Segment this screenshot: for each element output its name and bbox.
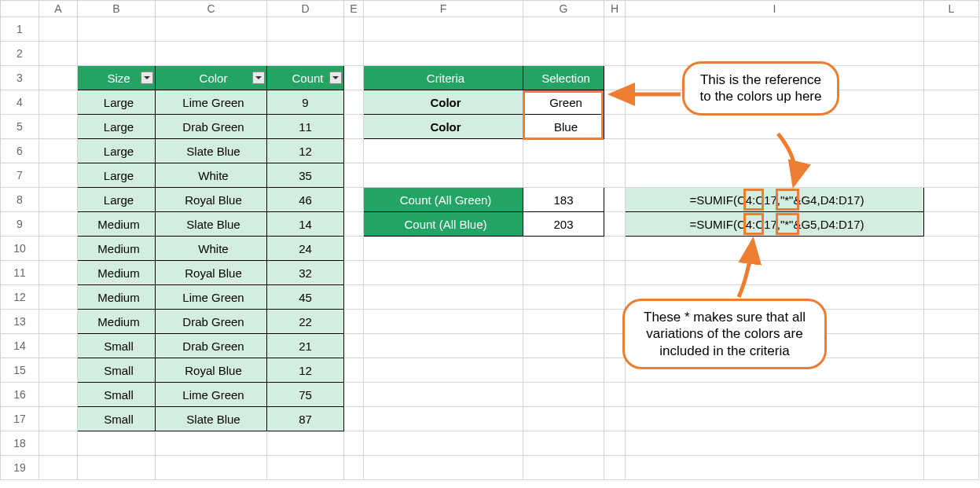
row-header[interactable]: 5 [1, 115, 39, 139]
criteria-label[interactable]: Color [364, 90, 523, 115]
cell-size[interactable]: Medium [78, 212, 156, 237]
cell-count[interactable]: 9 [267, 90, 344, 115]
cell-size[interactable]: Small [78, 358, 156, 383]
col-header-A[interactable]: A [39, 1, 78, 17]
cell-count[interactable]: 46 [267, 188, 344, 212]
row-header[interactable]: 16 [1, 383, 39, 407]
result-formula[interactable]: =SUMIF(C4:C17,"*"&G4,D4:D17) [626, 188, 924, 212]
cell-size[interactable]: Large [78, 139, 156, 163]
corner-cell[interactable] [1, 1, 39, 17]
cell-count[interactable]: 11 [267, 115, 344, 139]
cell-count[interactable]: 24 [267, 237, 344, 261]
row-header[interactable]: 1 [1, 17, 39, 42]
cell-color[interactable]: Lime Green [156, 383, 267, 407]
row-header[interactable]: 17 [1, 407, 39, 431]
result-value[interactable]: 183 [523, 188, 604, 212]
criteria-value[interactable]: Green [523, 90, 604, 115]
row-header[interactable]: 9 [1, 212, 39, 237]
row-header[interactable]: 2 [1, 42, 39, 66]
col-header-B[interactable]: B [78, 1, 156, 17]
header-color[interactable]: Color [156, 66, 267, 90]
cell-count[interactable]: 14 [267, 212, 344, 237]
cell-count[interactable]: 87 [267, 407, 344, 431]
cell-color[interactable]: Slate Blue [156, 139, 267, 163]
row-header[interactable]: 15 [1, 358, 39, 383]
row-header[interactable]: 13 [1, 310, 39, 334]
result-label[interactable]: Count (All Green) [364, 188, 523, 212]
row-header[interactable]: 8 [1, 188, 39, 212]
cell-size[interactable]: Medium [78, 237, 156, 261]
cell-size[interactable]: Small [78, 383, 156, 407]
row-header[interactable]: 3 [1, 66, 39, 90]
cell-size[interactable]: Small [78, 334, 156, 358]
result-label[interactable]: Count (All Blue) [364, 212, 523, 237]
criteria-label[interactable]: Color [364, 115, 523, 139]
cell-count[interactable]: 75 [267, 383, 344, 407]
col-header-D[interactable]: D [267, 1, 344, 17]
cell-color[interactable]: White [156, 163, 267, 188]
result-formula[interactable]: =SUMIF(C4:C17,"*"&G5,D4:D17) [626, 212, 924, 237]
filter-icon[interactable] [141, 72, 153, 84]
row-header[interactable]: 10 [1, 237, 39, 261]
filter-icon[interactable] [252, 72, 265, 84]
cell-color[interactable]: Royal Blue [156, 261, 267, 285]
header-size-label: Size [107, 72, 130, 85]
cell-size[interactable]: Medium [78, 285, 156, 310]
cell-count[interactable]: 35 [267, 163, 344, 188]
cell-size[interactable]: Large [78, 188, 156, 212]
cell-size[interactable]: Large [78, 163, 156, 188]
header-count-label: Count [292, 72, 323, 85]
result-value[interactable]: 203 [523, 212, 604, 237]
cell-count[interactable]: 21 [267, 334, 344, 358]
cell-size[interactable]: Large [78, 115, 156, 139]
row-header[interactable]: 7 [1, 163, 39, 188]
cell-color[interactable]: White [156, 237, 267, 261]
cell-count[interactable]: 12 [267, 139, 344, 163]
cell-color[interactable]: Royal Blue [156, 358, 267, 383]
cell-color[interactable]: Drab Green [156, 115, 267, 139]
cell-color[interactable]: Drab Green [156, 334, 267, 358]
row-header[interactable]: 14 [1, 334, 39, 358]
col-header-F[interactable]: F [364, 1, 523, 17]
row-header[interactable]: 6 [1, 139, 39, 163]
cell-size[interactable]: Small [78, 407, 156, 431]
callout-wildcard: These * makes sure that all variations o… [622, 299, 827, 369]
cell-count[interactable]: 22 [267, 310, 344, 334]
header-size[interactable]: Size [78, 66, 156, 90]
col-header-L[interactable]: L [924, 1, 979, 17]
spreadsheet-view: A B C D E F G H I L 1 2 3 Size Color Cou… [0, 0, 980, 488]
cell-color[interactable]: Slate Blue [156, 407, 267, 431]
filter-icon[interactable] [329, 72, 342, 84]
col-header-C[interactable]: C [156, 1, 267, 17]
cell-count[interactable]: 32 [267, 261, 344, 285]
header-count[interactable]: Count [267, 66, 344, 90]
cell-color[interactable]: Royal Blue [156, 188, 267, 212]
row-header[interactable]: 19 [1, 456, 39, 480]
cell-color[interactable]: Slate Blue [156, 212, 267, 237]
col-header-G[interactable]: G [523, 1, 604, 17]
header-criteria[interactable]: Criteria [364, 66, 523, 90]
cell-color[interactable]: Lime Green [156, 285, 267, 310]
row-header[interactable]: 12 [1, 285, 39, 310]
cell-size[interactable]: Large [78, 90, 156, 115]
header-color-label: Color [200, 72, 228, 85]
row-header[interactable]: 11 [1, 261, 39, 285]
cell-size[interactable]: Medium [78, 310, 156, 334]
cell-color[interactable]: Lime Green [156, 90, 267, 115]
col-header-E[interactable]: E [344, 1, 364, 17]
cell-count[interactable]: 12 [267, 358, 344, 383]
col-header-I[interactable]: I [626, 1, 924, 17]
criteria-value[interactable]: Blue [523, 115, 604, 139]
cell-size[interactable]: Medium [78, 261, 156, 285]
col-header-H[interactable]: H [604, 1, 626, 17]
cell-count[interactable]: 45 [267, 285, 344, 310]
header-selection[interactable]: Selection [523, 66, 604, 90]
cell-color[interactable]: Drab Green [156, 310, 267, 334]
row-header[interactable]: 18 [1, 431, 39, 456]
callout-reference: This is the reference to the colors up h… [682, 61, 839, 116]
row-header[interactable]: 4 [1, 90, 39, 115]
